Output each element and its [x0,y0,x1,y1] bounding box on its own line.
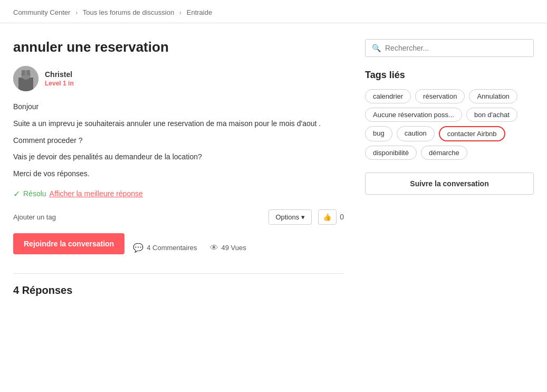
breadcrumb-sep-2: › [179,8,181,16]
stats-row: 💬 4 Commentaires 👁 49 Vues [133,243,246,253]
tag-pill[interactable]: Annulation [469,89,517,103]
post-title: annuler une reservation [13,39,344,55]
tag-pill[interactable]: calendrier [365,89,411,103]
breadcrumb: Community Center › Tous les forums de di… [0,0,547,23]
tag-pill[interactable]: contacter Airbnb [439,126,505,141]
views-count: 49 Vues [222,244,246,252]
breadcrumb-sep-1: › [75,8,78,16]
author-level: Level 1 in [45,80,74,87]
post-line-5: Merci de vos réponses. [13,168,344,180]
like-count: 0 [340,213,344,221]
tag-pill[interactable]: Aucune réservation poss... [365,108,462,122]
author-row: Christel Level 1 in [13,66,344,91]
comments-icon: 💬 [133,243,143,253]
right-column: 🔍 Tags liés calendrierréservationAnnulat… [365,39,534,297]
svg-rect-3 [22,70,25,75]
tag-pill[interactable]: disponibilité [365,146,417,160]
tags-grid: calendrierréservationAnnulationAucune ré… [365,89,534,160]
tag-pill[interactable]: démarche [421,146,467,160]
main-layout: annuler une reservation Christel Level 1… [0,23,547,307]
views-stat: 👁 49 Vues [210,243,246,253]
resolved-link[interactable]: Afficher la meilleure réponse [50,189,143,198]
breadcrumb-community-center[interactable]: Community Center [13,8,70,16]
avatar [13,66,39,91]
post-line-2: Suite a un imprevu je souhaiterais annul… [13,118,344,130]
responses-title: 4 Réponses [13,284,344,297]
tag-pill[interactable]: bug [365,126,392,141]
comments-count: 4 Commentaires [147,244,197,252]
views-icon: 👁 [210,243,218,253]
left-column: annuler une reservation Christel Level 1… [13,39,344,297]
tag-pill[interactable]: réservation [415,89,465,103]
search-box: 🔍 [365,39,534,57]
tag-pill[interactable]: bon d'achat [466,108,517,122]
join-conversation-button[interactable]: Rejoindre la conversation [13,233,124,254]
breadcrumb-entraide[interactable]: Entraide [187,8,212,16]
options-button[interactable]: Options ▾ [268,209,312,225]
like-button[interactable]: 👍 [318,209,337,225]
author-name: Christel [45,70,74,79]
tag-pill[interactable]: caution [397,126,435,141]
post-line-3: Comment proceder ? [13,135,344,147]
post-line-4: Vais je devoir des penalités au demandeu… [13,151,344,164]
comments-stat: 💬 4 Commentaires [133,243,197,253]
search-input[interactable] [385,44,527,52]
add-tag-label: Ajouter un tag [13,213,56,221]
search-icon: 🔍 [372,44,381,52]
post-line-1: Bonjour [13,101,344,113]
author-info: Christel Level 1 in [45,70,74,87]
dropdown-arrow-icon: ▾ [301,213,305,221]
follow-conversation-button[interactable]: Suivre la conversation [365,173,534,195]
svg-rect-4 [27,70,30,75]
options-label: Options [275,213,299,221]
divider [13,273,344,274]
like-area: 👍 0 [318,209,344,225]
tags-section-title: Tags liés [365,70,534,81]
bottom-actions: Rejoindre la conversation 💬 4 Commentair… [13,233,344,263]
resolved-check-icon: ✓ [13,189,20,199]
post-body: Bonjour Suite a un imprevu je souhaitera… [13,101,344,180]
breadcrumb-forums[interactable]: Tous les forums de discussion [83,8,174,16]
resolved-row: ✓ Résolu Afficher la meilleure réponse [13,189,344,199]
tag-row: Ajouter un tag Options ▾ 👍 0 [13,209,344,225]
resolved-label: Résolu [23,189,46,198]
thumbs-up-icon: 👍 [323,213,332,221]
